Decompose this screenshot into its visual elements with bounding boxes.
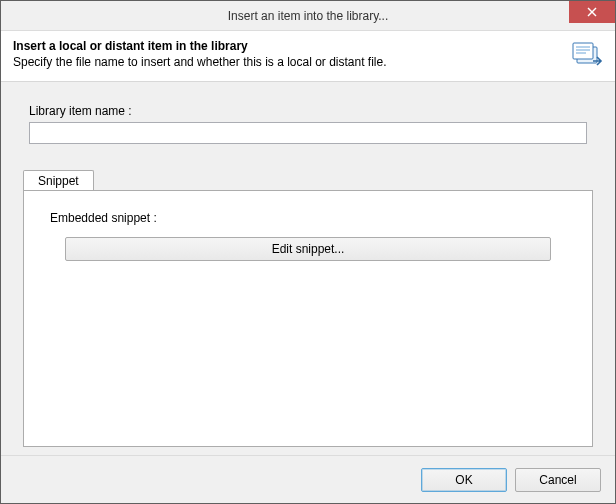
tab-snippet[interactable]: Snippet <box>23 170 94 190</box>
ok-button-label: OK <box>455 473 472 487</box>
ok-button[interactable]: OK <box>421 468 507 492</box>
cancel-button-label: Cancel <box>539 473 576 487</box>
content-area: Library item name : Snippet Embedded sni… <box>1 82 615 455</box>
cancel-button[interactable]: Cancel <box>515 468 601 492</box>
tab-panel-snippet: Embedded snippet : Edit snippet... <box>23 190 593 447</box>
header-text: Insert a local or distant item in the li… <box>13 39 563 69</box>
tab-snippet-label: Snippet <box>38 174 79 188</box>
edit-snippet-button[interactable]: Edit snippet... <box>65 237 551 261</box>
header-strip: Insert a local or distant item in the li… <box>1 31 615 82</box>
svg-rect-3 <box>573 43 593 59</box>
embedded-snippet-label: Embedded snippet : <box>50 211 572 225</box>
titlebar: Insert an item into the library... <box>1 1 615 31</box>
library-insert-icon <box>571 39 603 71</box>
header-subtitle: Specify the file name to insert and whet… <box>13 55 563 69</box>
close-button[interactable] <box>569 1 615 23</box>
library-item-name-label: Library item name : <box>29 104 597 118</box>
tab-row: Snippet <box>23 170 593 190</box>
close-icon <box>587 7 597 17</box>
window-title: Insert an item into the library... <box>228 9 389 23</box>
header-title: Insert a local or distant item in the li… <box>13 39 563 53</box>
button-bar: OK Cancel <box>1 455 615 503</box>
tab-container: Snippet Embedded snippet : Edit snippet.… <box>23 170 593 447</box>
edit-snippet-button-label: Edit snippet... <box>272 242 345 256</box>
library-item-name-input[interactable] <box>29 122 587 144</box>
dialog-window: Insert an item into the library... Inser… <box>0 0 616 504</box>
